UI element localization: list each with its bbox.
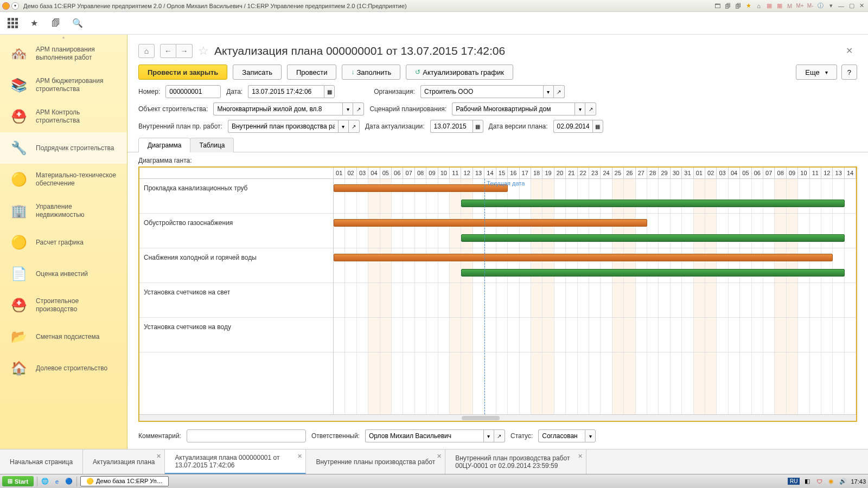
- favorite-icon[interactable]: ★: [744, 2, 752, 10]
- verdate-input[interactable]: [553, 120, 592, 133]
- plan-input[interactable]: [228, 120, 338, 133]
- sidebar-item[interactable]: ⛑️АРМ Контроль строительства: [0, 101, 127, 132]
- gantt-bar[interactable]: [334, 219, 647, 227]
- info-icon[interactable]: ⓘ: [816, 2, 825, 10]
- search-icon[interactable]: 🔍: [72, 17, 84, 29]
- window-tab[interactable]: Внутренний план производства работ 00ЦУ-…: [445, 450, 586, 474]
- more-button[interactable]: Еще: [796, 65, 837, 80]
- minimize-button[interactable]: —: [837, 2, 845, 10]
- tab-table[interactable]: Таблица: [190, 138, 234, 152]
- task-item-1c[interactable]: 🟡Демо база 1C:ERP Уп…: [80, 476, 169, 486]
- chrome-icon[interactable]: 🔵: [65, 477, 73, 486]
- org-input[interactable]: [420, 85, 543, 98]
- tray-shield-icon[interactable]: 🛡: [815, 477, 824, 486]
- sidebar-item[interactable]: 📚АРМ бюджетирования строительства: [0, 69, 127, 101]
- post-button[interactable]: Провести: [287, 65, 337, 80]
- open-icon[interactable]: ↗: [349, 120, 360, 133]
- refresh-chart-button[interactable]: ↺Актуализировать график: [406, 65, 513, 80]
- app-menu-dropdown[interactable]: ▾: [11, 2, 19, 10]
- gantt-bar[interactable]: [334, 184, 508, 192]
- tb-icon[interactable]: 🗔: [713, 2, 722, 10]
- close-icon[interactable]: ✕: [156, 453, 161, 460]
- comment-input[interactable]: [187, 429, 306, 442]
- forward-button[interactable]: →: [176, 44, 193, 58]
- window-tab[interactable]: Внутренние планы производства работ✕: [306, 450, 445, 474]
- mplus-icon[interactable]: M+: [796, 2, 804, 10]
- sidebar-item[interactable]: 🏘️АРМ планирования выполнения работ: [0, 38, 127, 69]
- number-input[interactable]: [165, 85, 221, 98]
- open-icon[interactable]: ↗: [494, 429, 505, 442]
- sidebar-item[interactable]: 🟡Материально-техническое обеспечение: [0, 164, 127, 195]
- start-button[interactable]: ⊞Start: [2, 476, 34, 486]
- close-button[interactable]: ✕: [858, 2, 866, 10]
- home-button[interactable]: ⌂: [138, 44, 155, 58]
- tray-icon[interactable]: ◧: [803, 477, 812, 486]
- favorite-toggle[interactable]: ☆: [198, 44, 209, 58]
- sidebar-item[interactable]: 🔧Подрядчик строительства: [0, 132, 127, 164]
- close-icon[interactable]: ✕: [297, 453, 302, 460]
- tb-icon[interactable]: ⌂: [755, 2, 763, 10]
- fill-button[interactable]: ↓Заполнить: [342, 65, 400, 80]
- gantt-bar[interactable]: [461, 234, 844, 242]
- gantt-day-header: 14: [845, 168, 856, 178]
- m-icon[interactable]: M: [786, 2, 794, 10]
- mminus-icon[interactable]: M-: [806, 2, 814, 10]
- browser-icon[interactable]: e: [53, 477, 61, 486]
- sidebar-item[interactable]: ⛑️Строительное производство: [0, 290, 127, 321]
- tb-icon[interactable]: 🗐: [734, 2, 742, 10]
- gantt-bar[interactable]: [461, 269, 844, 277]
- date-input[interactable]: [248, 85, 324, 98]
- dropdown-icon[interactable]: ▾: [585, 429, 596, 442]
- window-tab[interactable]: Начальная страница: [0, 450, 83, 474]
- close-document-button[interactable]: ✕: [841, 43, 857, 58]
- window-tab[interactable]: Актуализация плана 000000001 от 13.07.20…: [165, 450, 306, 474]
- dropdown-icon[interactable]: ▾: [342, 102, 353, 115]
- dd-icon[interactable]: ▾: [827, 2, 835, 10]
- calendar-icon[interactable]: ▦: [324, 85, 335, 98]
- dropdown-icon[interactable]: ▾: [483, 429, 494, 442]
- browser-icon[interactable]: 🌐: [41, 477, 49, 486]
- scen-input[interactable]: [452, 102, 575, 115]
- close-icon[interactable]: ✕: [578, 453, 583, 460]
- tray-icon[interactable]: ◉: [827, 477, 835, 486]
- calc-icon[interactable]: ▦: [765, 2, 773, 10]
- back-button[interactable]: ←: [160, 44, 176, 58]
- lang-indicator[interactable]: RU: [788, 478, 800, 485]
- gantt-hscrollbar[interactable]: [139, 414, 856, 421]
- app-orb-icon[interactable]: [2, 2, 10, 10]
- resp-input[interactable]: [365, 429, 483, 442]
- favorites-icon[interactable]: ★: [28, 17, 40, 29]
- tray-volume-icon[interactable]: 🔊: [839, 477, 847, 486]
- sidebar-item[interactable]: 🏠Долевое строительство: [0, 352, 127, 384]
- clock[interactable]: 17:43: [851, 478, 866, 485]
- apps-grid-icon[interactable]: [7, 17, 18, 29]
- sidebar-item[interactable]: 🏢Управление недвижимостью: [0, 195, 127, 227]
- calendar-icon[interactable]: ▦: [592, 120, 603, 133]
- dropdown-icon[interactable]: ▾: [543, 85, 554, 98]
- obj-input[interactable]: [213, 102, 342, 115]
- help-button[interactable]: ?: [841, 65, 857, 80]
- open-icon[interactable]: ↗: [554, 85, 565, 98]
- close-icon[interactable]: ✕: [437, 453, 442, 460]
- clipboard-icon[interactable]: 🗐: [50, 17, 62, 29]
- window-tab[interactable]: Актуализация плана✕: [83, 450, 165, 474]
- open-icon[interactable]: ↗: [353, 102, 364, 115]
- gantt-bar[interactable]: [334, 254, 833, 261]
- calendar-icon[interactable]: ▦: [775, 2, 783, 10]
- dropdown-icon[interactable]: ▾: [575, 102, 585, 115]
- open-icon[interactable]: ↗: [585, 102, 596, 115]
- dropdown-icon[interactable]: ▾: [338, 120, 349, 133]
- sidebar-item[interactable]: 📂Сметная подсистема: [0, 321, 127, 352]
- maximize-button[interactable]: ▢: [847, 2, 856, 10]
- save-button[interactable]: Записать: [233, 65, 282, 80]
- tb-icon[interactable]: 🗐: [724, 2, 732, 10]
- sidebar-item[interactable]: 📄Оценка инвестий: [0, 258, 127, 290]
- actdate-input[interactable]: [430, 120, 473, 133]
- post-and-close-button[interactable]: Провести и закрыть: [138, 65, 227, 80]
- tab-diagram[interactable]: Диаграмма: [138, 138, 190, 152]
- sidebar-scroll-up[interactable]: ▴: [0, 35, 127, 38]
- sidebar-item[interactable]: 🟡Расчет графика: [0, 227, 127, 258]
- status-input[interactable]: [538, 429, 585, 442]
- calendar-icon[interactable]: ▦: [473, 120, 483, 133]
- gantt-bar[interactable]: [461, 200, 844, 207]
